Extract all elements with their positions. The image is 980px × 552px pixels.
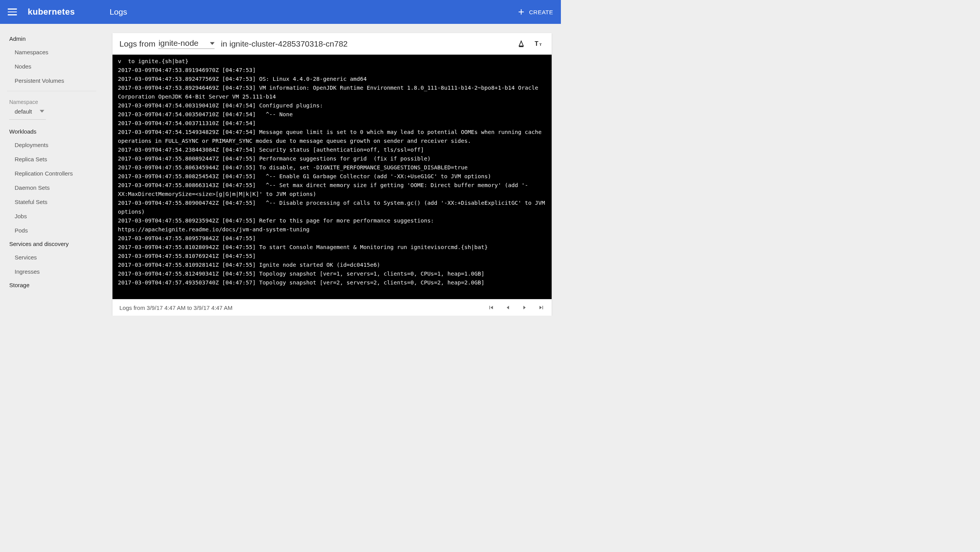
sidebar-item-daemon-sets[interactable]: Daemon Sets bbox=[0, 181, 103, 195]
log-line: 2017-03-09T04:47:55.809579842Z [04:47:55… bbox=[118, 234, 546, 243]
sidebar-head-storage: Storage bbox=[0, 279, 103, 291]
log-line: 2017-03-09T04:47:57.493503740Z [04:47:57… bbox=[118, 278, 546, 287]
namespace-label: Namespace bbox=[0, 94, 103, 107]
log-toolbar: Logs from ignite-node in ignite-cluster-… bbox=[112, 33, 552, 55]
sidebar-head-workloads: Workloads bbox=[0, 125, 103, 138]
log-pod-context: in ignite-cluster-4285370318-cn782 bbox=[221, 39, 347, 49]
log-line: 2017-03-09T04:47:54.154934829Z [04:47:54… bbox=[118, 128, 546, 146]
log-line: 2017-03-09T04:47:55.810280942Z [04:47:55… bbox=[118, 243, 546, 252]
namespace-select[interactable]: default bbox=[9, 107, 46, 120]
page-last-button[interactable] bbox=[538, 304, 545, 311]
caret-down-icon bbox=[210, 38, 215, 48]
log-line: 2017-03-09T04:47:53.892946469Z [04:47:53… bbox=[118, 84, 546, 101]
log-line: 2017-03-09T04:47:54.238443084Z [04:47:54… bbox=[118, 146, 546, 154]
brand-label: kubernetes bbox=[28, 7, 75, 17]
page-title: Logs bbox=[109, 7, 127, 17]
sidebar-head-admin: Admin bbox=[0, 32, 103, 45]
log-line: 2017-03-09T04:47:54.003190410Z [04:47:54… bbox=[118, 101, 546, 110]
log-line: 2017-03-09T04:47:55.800892447Z [04:47:55… bbox=[118, 154, 546, 163]
sidebar: Admin Namespaces Nodes Persistent Volume… bbox=[0, 24, 103, 316]
menu-icon[interactable] bbox=[8, 7, 17, 17]
logs-from-label: Logs from bbox=[119, 39, 155, 49]
log-line: 2017-03-09T04:47:55.809004742Z [04:47:55… bbox=[118, 199, 546, 216]
sidebar-item-replication-controllers[interactable]: Replication Controllers bbox=[0, 166, 103, 181]
log-line: 2017-03-09T04:47:55.810928141Z [04:47:55… bbox=[118, 261, 546, 269]
sidebar-item-persistent-volumes[interactable]: Persistent Volumes bbox=[0, 74, 103, 88]
page-prev-button[interactable] bbox=[505, 304, 511, 311]
sidebar-item-stateful-sets[interactable]: Stateful Sets bbox=[0, 195, 103, 209]
log-line: 2017-03-09T04:47:53.892477569Z [04:47:53… bbox=[118, 75, 546, 84]
create-label: CREATE bbox=[529, 9, 553, 15]
sidebar-item-services[interactable]: Services bbox=[0, 250, 103, 264]
svg-text:T: T bbox=[539, 42, 542, 47]
create-button[interactable]: CREATE bbox=[517, 8, 553, 16]
log-line: 2017-03-09T04:47:55.810769241Z [04:47:55… bbox=[118, 252, 546, 261]
sidebar-head-services: Services and discovery bbox=[0, 238, 103, 250]
sidebar-item-deployments[interactable]: Deployments bbox=[0, 138, 103, 152]
main-content: Logs from ignite-node in ignite-cluster-… bbox=[103, 24, 561, 316]
page-next-button[interactable] bbox=[522, 304, 527, 311]
page-first-button[interactable] bbox=[488, 304, 495, 311]
log-line: 2017-03-09T04:47:55.808663143Z [04:47:55… bbox=[118, 181, 546, 199]
log-line: 2017-03-09T04:47:54.003711310Z [04:47:54… bbox=[118, 119, 546, 128]
log-source-value: ignite-node bbox=[158, 38, 198, 48]
top-bar: kubernetes Logs CREATE bbox=[0, 0, 561, 24]
plus-icon bbox=[517, 8, 525, 16]
log-range-text: Logs from 3/9/17 4:47 AM to 3/9/17 4:47 … bbox=[119, 304, 233, 311]
log-output[interactable]: v to ignite.{sh|bat}2017-03-09T04:47:53.… bbox=[112, 55, 552, 299]
log-line: v to ignite.{sh|bat} bbox=[118, 57, 546, 66]
svg-text:T: T bbox=[535, 40, 539, 47]
sidebar-item-jobs[interactable]: Jobs bbox=[0, 209, 103, 223]
sidebar-item-namespaces[interactable]: Namespaces bbox=[0, 45, 103, 59]
log-pager bbox=[488, 304, 545, 311]
sidebar-item-replica-sets[interactable]: Replica Sets bbox=[0, 152, 103, 166]
sidebar-divider bbox=[7, 91, 96, 91]
log-line: 2017-03-09T04:47:55.808254543Z [04:47:55… bbox=[118, 172, 546, 181]
log-line: 2017-03-09T04:47:54.003504710Z [04:47:54… bbox=[118, 110, 546, 119]
toggle-color-icon[interactable] bbox=[517, 39, 525, 49]
log-line: 2017-03-09T04:47:53.891946970Z [04:47:53… bbox=[118, 66, 546, 75]
log-line: 2017-03-09T04:47:55.812490341Z [04:47:55… bbox=[118, 269, 546, 278]
log-card: Logs from ignite-node in ignite-cluster-… bbox=[112, 33, 552, 316]
sidebar-item-ingresses[interactable]: Ingresses bbox=[0, 264, 103, 279]
log-line: 2017-03-09T04:47:55.806345944Z [04:47:55… bbox=[118, 163, 546, 172]
log-source-select[interactable]: ignite-node bbox=[158, 38, 215, 49]
namespace-value: default bbox=[15, 108, 32, 115]
caret-down-icon bbox=[40, 108, 44, 115]
font-size-icon[interactable]: TT bbox=[535, 40, 545, 48]
log-footer: Logs from 3/9/17 4:47 AM to 3/9/17 4:47 … bbox=[112, 299, 552, 316]
log-line: 2017-03-09T04:47:55.809235942Z [04:47:55… bbox=[118, 216, 546, 234]
sidebar-item-pods[interactable]: Pods bbox=[0, 223, 103, 238]
sidebar-item-nodes[interactable]: Nodes bbox=[0, 59, 103, 74]
